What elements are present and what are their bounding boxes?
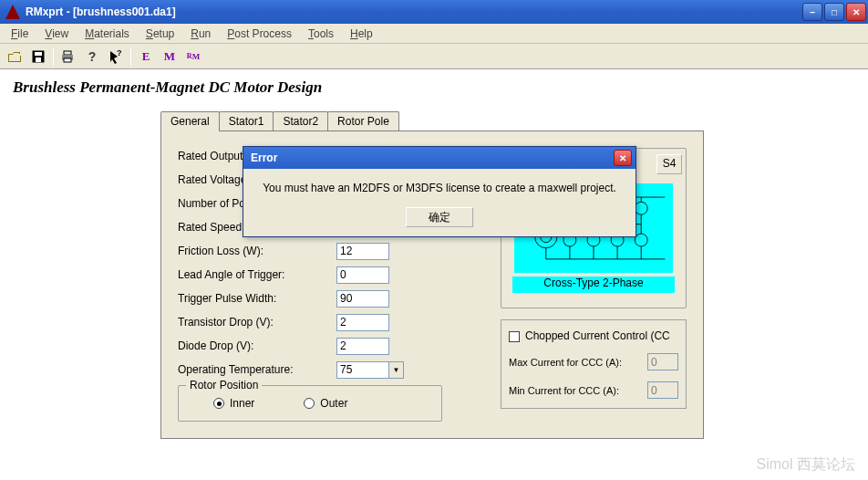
print-icon[interactable] xyxy=(57,47,79,67)
app-icon xyxy=(5,5,20,19)
content-area: Brushless Permanent-Magnet DC Motor Desi… xyxy=(0,69,868,480)
m-mode-button[interactable]: M xyxy=(159,47,181,67)
menu-help[interactable]: Help xyxy=(343,26,380,42)
checkbox-icon xyxy=(509,331,520,342)
svg-rect-5 xyxy=(64,58,71,62)
svg-rect-1 xyxy=(35,52,42,56)
ccc-label: Chopped Current Control (CC xyxy=(525,329,670,342)
maximize-button[interactable]: □ xyxy=(824,3,844,21)
min-ccc-label: Min Current for CCC (A): xyxy=(509,385,647,396)
radio-icon xyxy=(213,398,224,409)
error-message: You must have an M2DFS or M3DFS license … xyxy=(256,182,623,194)
error-dialog: Error ✕ You must have an M2DFS or M3DFS … xyxy=(243,146,636,237)
max-ccc-label: Max Current for CCC (A): xyxy=(509,357,647,368)
min-ccc-input xyxy=(647,381,678,399)
rm-mode-button[interactable]: RM xyxy=(182,47,204,67)
tab-stator2[interactable]: Stator2 xyxy=(273,111,328,130)
error-title: Error xyxy=(251,151,614,164)
tab-rotorpole[interactable]: Rotor Pole xyxy=(327,111,399,130)
label-lead-angle: Lead Angle of Trigger: xyxy=(178,268,336,281)
label-friction-loss: Friction Loss (W): xyxy=(178,245,336,257)
chevron-down-icon[interactable]: ▼ xyxy=(389,361,404,379)
s4-button[interactable]: S4 xyxy=(656,154,682,174)
input-transistor-drop[interactable] xyxy=(336,314,389,331)
input-op-temp[interactable] xyxy=(336,361,389,379)
close-button[interactable]: ✕ xyxy=(846,3,866,21)
ccc-group: Chopped Current Control (CC Max Current … xyxy=(501,319,687,409)
menu-materials[interactable]: Materials xyxy=(78,26,137,42)
e-mode-button[interactable]: E xyxy=(135,47,157,67)
label-trigger-pulse: Trigger Pulse Width: xyxy=(178,292,336,305)
radio-inner[interactable]: Inner xyxy=(213,397,254,410)
radio-icon xyxy=(304,398,315,409)
svg-point-30 xyxy=(635,202,647,214)
rotor-position-group: Rotor Position Inner Outer xyxy=(178,385,442,422)
input-trigger-pulse[interactable] xyxy=(336,290,389,308)
error-titlebar: Error ✕ xyxy=(243,147,636,169)
menu-setup[interactable]: Setup xyxy=(139,26,181,42)
input-lead-angle[interactable] xyxy=(336,266,389,284)
window-titlebar: RMxprt - [brushness001.da1] – □ ✕ xyxy=(0,0,868,24)
document-title: Brushless Permanent-Magnet DC Motor Desi… xyxy=(13,78,855,97)
window-buttons: – □ ✕ xyxy=(802,3,866,21)
tab-general[interactable]: General xyxy=(160,111,220,131)
watermark: Simol 西莫论坛 xyxy=(757,455,855,475)
max-ccc-input xyxy=(647,353,678,370)
save-icon[interactable] xyxy=(27,47,49,67)
window-title: RMxprt - [brushness001.da1] xyxy=(26,5,802,18)
svg-text:?: ? xyxy=(117,49,122,57)
label-transistor-drop: Transistor Drop (V): xyxy=(178,316,336,329)
label-diode-drop: Diode Drop (V): xyxy=(178,339,336,352)
tab-stator1[interactable]: Stator1 xyxy=(219,111,274,130)
svg-rect-2 xyxy=(36,57,41,62)
error-ok-button[interactable]: 确定 xyxy=(406,207,473,227)
menu-view[interactable]: View xyxy=(37,26,76,42)
menu-postprocess[interactable]: Post Process xyxy=(220,26,299,42)
svg-point-33 xyxy=(635,234,647,246)
menu-run[interactable]: Run xyxy=(183,26,218,42)
menu-tools[interactable]: Tools xyxy=(301,26,341,42)
toolbar: ? ? E M RM xyxy=(0,44,868,69)
radio-outer[interactable]: Outer xyxy=(304,397,347,410)
rotor-position-legend: Rotor Position xyxy=(186,379,262,391)
ccc-checkbox-row[interactable]: Chopped Current Control (CC xyxy=(509,329,678,342)
svg-rect-3 xyxy=(64,51,71,55)
menu-file[interactable]: File xyxy=(4,26,36,42)
input-friction-loss[interactable] xyxy=(336,243,389,260)
open-icon[interactable] xyxy=(4,47,26,67)
minimize-button[interactable]: – xyxy=(802,3,822,21)
menu-bar: File View Materials Setup Run Post Proce… xyxy=(0,24,868,44)
combo-op-temp[interactable]: ▼ xyxy=(336,361,404,379)
context-help-icon[interactable]: ? xyxy=(105,47,127,67)
tab-strip: General Stator1 Stator2 Rotor Pole xyxy=(160,111,704,130)
label-op-temp: Operating Temperature: xyxy=(178,363,336,376)
input-diode-drop[interactable] xyxy=(336,338,389,355)
error-close-button[interactable]: ✕ xyxy=(614,150,632,166)
help-icon[interactable]: ? xyxy=(81,47,103,67)
circuit-caption: Cross-Type 2-Phase xyxy=(512,277,675,293)
